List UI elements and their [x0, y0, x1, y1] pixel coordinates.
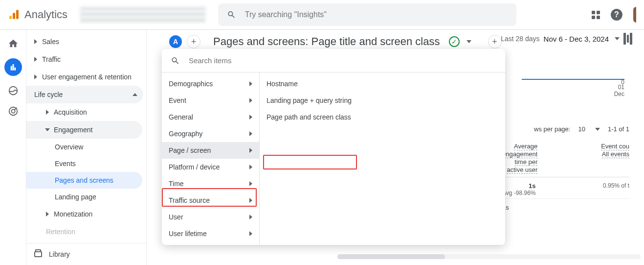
sidebar-item-retention-top[interactable]: User engagement & retention: [26, 68, 146, 86]
col-header: active user: [507, 166, 537, 174]
report-title: Pages and screens: Page title and screen…: [213, 35, 440, 48]
help-icon[interactable]: ?: [611, 9, 622, 21]
comparison-badge[interactable]: A: [169, 35, 182, 48]
col-header: engagement: [502, 150, 537, 158]
panel-category-item[interactable]: Page / screen: [162, 142, 259, 159]
panel-category-column: DemographicsEventGeneralGeographyPage / …: [162, 72, 260, 245]
panel-option-item[interactable]: Page path and screen class: [260, 109, 505, 125]
panel-category-item[interactable]: Demographics: [162, 75, 259, 92]
sidebar-item-acquisition[interactable]: Acquisition: [26, 103, 146, 121]
rows-per-page-value[interactable]: 10: [578, 125, 585, 133]
analytics-logo-icon: [8, 9, 20, 21]
search-icon: [227, 10, 236, 20]
sidebar-label: Retention: [46, 228, 75, 236]
apps-icon[interactable]: [592, 11, 600, 19]
top-bar: Analytics ?: [0, 0, 644, 29]
advertising-icon[interactable]: [7, 105, 19, 117]
library-icon: [34, 251, 42, 257]
col-sub[interactable]: All events: [602, 150, 629, 158]
col-header[interactable]: Event cou: [601, 143, 629, 150]
add-comparison-button[interactable]: +: [187, 35, 200, 48]
panel-category-item[interactable]: User: [162, 209, 259, 225]
panel-category-item[interactable]: Event: [162, 92, 259, 109]
search-icon: [171, 56, 180, 66]
sidebar-item-sales[interactable]: Sales: [26, 33, 146, 50]
explore-icon[interactable]: [7, 85, 19, 96]
home-icon[interactable]: [7, 38, 19, 49]
left-rail: [0, 30, 26, 265]
global-search-input[interactable]: [245, 10, 508, 19]
date-range: Nov 6 - Dec 3, 2024: [544, 35, 609, 43]
date-label: Last 28 days: [501, 35, 539, 43]
panel-option-column: HostnameLanding page + query stringPage …: [260, 72, 505, 245]
panel-option-item[interactable]: Hostname: [260, 75, 505, 92]
date-picker[interactable]: Last 28 days Nov 6 - Dec 3, 2024: [501, 33, 632, 45]
sidebar-label: Acquisition: [54, 108, 87, 116]
chevron-down-icon[interactable]: [595, 128, 600, 131]
chart-fragment: 01 Dec: [522, 79, 624, 97]
sidebar-library[interactable]: Library: [26, 243, 146, 265]
horizontal-scrollbar[interactable]: [337, 254, 641, 259]
panel-category-item[interactable]: Traffic source: [162, 192, 259, 209]
chevron-down-icon: [615, 37, 620, 40]
sidebar-item-engagement[interactable]: Engagement: [26, 121, 142, 139]
chart-tick: Dec: [614, 91, 624, 97]
pagination-range: 1-1 of 1: [608, 125, 629, 133]
chevron-down-icon[interactable]: [466, 40, 471, 43]
sidebar-item-monetization[interactable]: Monetization: [26, 205, 146, 223]
rows-per-page-label: ws per page:: [534, 125, 570, 133]
cell-sub: Avg -98.96%: [502, 190, 536, 196]
account-selector-blurred[interactable]: [79, 6, 206, 24]
add-dimension-button[interactable]: +: [488, 35, 502, 48]
reports-icon[interactable]: [4, 58, 22, 76]
cell-value: 1s: [529, 182, 535, 190]
sidebar-label: Sales: [42, 38, 59, 46]
svg-rect-1: [13, 13, 15, 19]
col-header[interactable]: Average: [514, 143, 537, 150]
col-header: time per: [514, 158, 537, 166]
svg-rect-0: [9, 16, 12, 19]
sidebar-label: User engagement & retention: [42, 73, 132, 81]
panel-search[interactable]: [162, 49, 505, 72]
panel-category-item[interactable]: Time: [162, 175, 259, 192]
panel-category-item[interactable]: Platform / device: [162, 159, 259, 175]
sidebar-section-lifecycle[interactable]: Life cycle: [26, 86, 143, 103]
sidebar-section-label: Life cycle: [34, 91, 63, 98]
panel-search-input[interactable]: [189, 56, 496, 65]
compare-icon[interactable]: [623, 33, 632, 45]
chevron-up-icon: [133, 93, 137, 96]
sidebar-label: Traffic: [42, 55, 61, 63]
panel-option-item[interactable]: Landing page + query string: [260, 92, 505, 109]
chart-y-zero: 0: [621, 79, 624, 86]
avatar[interactable]: [633, 7, 636, 23]
table-fragment: ws per page: 10 1-1 of 1 Average engagem…: [502, 125, 629, 213]
cell-sub: 0.95% of t: [603, 182, 629, 189]
sidebar-item-traffic[interactable]: Traffic: [26, 50, 146, 68]
product-name: Analytics: [24, 8, 67, 21]
sidebar-item-landing-page[interactable]: Landing page: [26, 189, 146, 205]
sidebar-item-retention-cut[interactable]: Retention: [26, 223, 146, 241]
sidebar-item-events[interactable]: Events: [26, 155, 146, 172]
sidebar-item-overview[interactable]: Overview: [26, 139, 146, 155]
sidebar-label: Monetization: [54, 210, 92, 218]
sidebar-item-pages-screens[interactable]: Pages and screens: [26, 172, 142, 189]
panel-category-item[interactable]: Geography: [162, 125, 259, 142]
svg-rect-2: [16, 10, 19, 19]
panel-category-item[interactable]: General: [162, 109, 259, 125]
report-sidebar: Sales Traffic User engagement & retentio…: [26, 30, 147, 265]
global-search[interactable]: [218, 3, 516, 26]
panel-category-item[interactable]: User lifetime: [162, 225, 259, 242]
product-logo[interactable]: Analytics: [8, 8, 67, 21]
sidebar-label: Engagement: [54, 126, 92, 134]
library-label: Library: [49, 250, 70, 258]
status-check-icon[interactable]: ✓: [449, 36, 460, 47]
dimension-picker-panel: DemographicsEventGeneralGeographyPage / …: [162, 49, 505, 245]
